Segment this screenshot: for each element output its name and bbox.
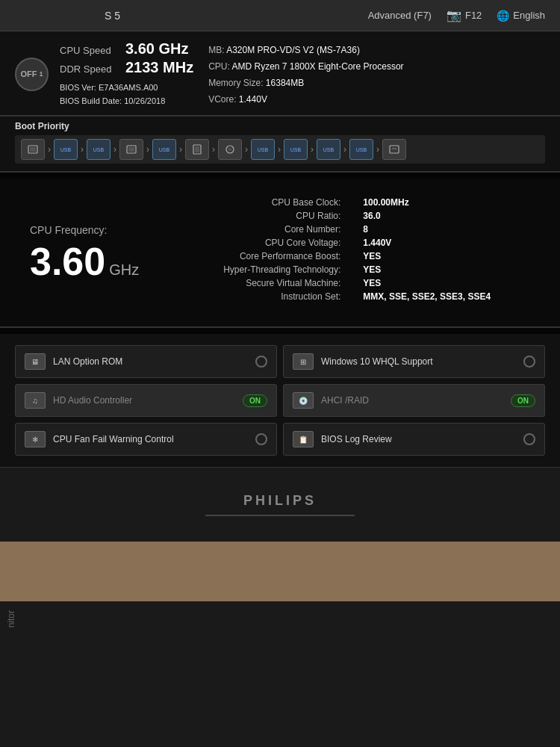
option-label-hd-audio: HD Audio Controller	[53, 395, 235, 406]
option-circle-windows-whql[interactable]	[523, 356, 535, 368]
boot-device-11[interactable]: USB	[349, 139, 373, 160]
option-icon-cpu-fan: ❄	[25, 431, 46, 447]
option-item-windows-whql[interactable]: ⊞Windows 10 WHQL Support	[283, 345, 545, 378]
left-section: OFF 1 CPU Speed 3.60 GHz DDR Speed 2133 …	[15, 40, 193, 108]
desk-area	[0, 542, 560, 601]
cpu-detail-label: Hyper-Threading Technology:	[169, 264, 340, 275]
monitor-bottom: PHILIPS	[0, 467, 560, 542]
cpu-detail-label: Core Number:	[169, 224, 340, 235]
option-item-hd-audio[interactable]: ♫HD Audio ControllerON	[15, 384, 277, 417]
option-icon-windows-whql: ⊞	[293, 353, 314, 370]
option-icon-lan-option-rom: 🖥	[25, 353, 46, 370]
cpu-detail-value: YES	[363, 264, 545, 275]
section-divider-2	[0, 328, 560, 334]
option-toggle-ahci-raid[interactable]: ON	[511, 394, 535, 407]
top-bar: S 5 Advanced (F7) 📷 F12 🌐 English	[0, 0, 560, 31]
option-icon-ahci-raid: 💿	[293, 392, 314, 409]
cpu-detail-value: YES	[363, 251, 545, 261]
boot-device-9[interactable]: USB	[284, 139, 308, 160]
cpu-detail-label: Instruction Set:	[169, 291, 340, 302]
boot-device-10[interactable]: USB	[317, 139, 340, 160]
monitor-stand-line	[205, 515, 355, 516]
screenshot-key[interactable]: 📷 F12	[447, 8, 482, 22]
boot-device-4[interactable]	[119, 139, 143, 160]
option-label-windows-whql: Windows 10 WHQL Support	[321, 356, 516, 367]
monitor-side-label: nitor	[6, 610, 16, 627]
boot-device-12[interactable]	[382, 139, 406, 160]
boot-device-2[interactable]: USB	[54, 139, 78, 160]
boot-device-3[interactable]: USB	[87, 139, 111, 160]
boot-device-6[interactable]	[185, 139, 209, 160]
right-system-info: MB: A320M PRO-VD/S V2 (MS-7A36) CPU: AMD…	[208, 40, 545, 108]
svg-rect-1	[30, 147, 36, 152]
bios-build-block: BIOS Ver: E7A36AMS.A00 BIOS Build Date: …	[60, 81, 193, 108]
power-off-button[interactable]: OFF 1	[15, 58, 49, 91]
philips-logo: PHILIPS	[243, 493, 317, 509]
ddr-speed-label: DDR Speed	[60, 63, 119, 75]
option-label-ahci-raid: AHCI /RAID	[321, 395, 503, 406]
cpu-freq-unit: GHz	[109, 261, 139, 279]
arrow-icon: ›	[48, 144, 51, 155]
f12-label: F12	[465, 10, 482, 21]
cpu-detail-label: CPU Ratio:	[169, 211, 340, 221]
cpu-detail-label: Core Performance Boost:	[169, 251, 340, 261]
bios-info-panel: OFF 1 CPU Speed 3.60 GHz DDR Speed 2133 …	[0, 31, 560, 117]
language-selector[interactable]: 🌐 English	[497, 10, 545, 22]
option-circle-cpu-fan[interactable]	[255, 433, 267, 445]
boot-device-7[interactable]	[218, 139, 242, 160]
cpu-info-section: CPU Frequency: 3.60 GHz CPU Base Clock:1…	[0, 179, 560, 328]
ddr-speed-value: 2133 MHz	[125, 59, 193, 76]
option-item-bios-log[interactable]: 📋BIOS Log Review	[283, 423, 545, 456]
cpu-details-grid: CPU Base Clock:100.00MHzCPU Ratio:36.0Co…	[169, 193, 545, 311]
options-section: 🖥LAN Option ROM⊞Windows 10 WHQL Support♫…	[0, 334, 560, 467]
option-label-lan-option-rom: LAN Option ROM	[53, 356, 248, 367]
cpu-detail-value: MMX, SSE, SSE2, SSE3, SSE4	[363, 291, 545, 302]
boot-device-8[interactable]: USB	[251, 139, 275, 160]
option-item-cpu-fan[interactable]: ❄CPU Fan Fail Warning Control	[15, 423, 277, 456]
cpu-detail-value: 36.0	[363, 211, 545, 221]
cpu-detail-label: Secure Virtual Machine:	[169, 278, 340, 288]
option-icon-bios-log: 📋	[293, 431, 314, 447]
cpu-speed-label: CPU Speed	[60, 45, 119, 56]
boot-priority-label: Boot Priority	[15, 121, 545, 131]
option-item-ahci-raid[interactable]: 💿AHCI /RAIDON	[283, 384, 545, 417]
speed-block: CPU Speed 3.60 GHz DDR Speed 2133 MHz BI…	[60, 40, 193, 108]
option-label-bios-log: BIOS Log Review	[321, 434, 516, 444]
svg-rect-8	[390, 146, 399, 153]
language-label: English	[513, 10, 545, 21]
brand-label: S 5	[105, 10, 120, 22]
option-circle-bios-log[interactable]	[523, 433, 535, 445]
cpu-detail-label: CPU Core Voltage:	[169, 238, 340, 248]
cpu-detail-value: 1.440V	[363, 238, 545, 248]
cpu-speed-value: 3.60 GHz	[125, 40, 188, 58]
svg-rect-3	[128, 147, 134, 152]
cpu-freq-display: CPU Frequency: 3.60 GHz	[15, 193, 154, 311]
option-toggle-hd-audio[interactable]: ON	[243, 394, 267, 407]
cpu-detail-label: CPU Base Clock:	[169, 197, 340, 208]
boot-device-5[interactable]: USB	[152, 139, 176, 160]
cpu-detail-value: YES	[363, 278, 545, 288]
option-label-cpu-fan: CPU Fan Fail Warning Control	[53, 434, 248, 444]
option-circle-lan-option-rom[interactable]	[255, 356, 267, 368]
cpu-freq-label: CPU Frequency:	[30, 224, 139, 236]
svg-point-7	[228, 148, 231, 151]
section-divider-1	[0, 173, 560, 179]
advanced-menu[interactable]: Advanced (F7)	[368, 10, 432, 21]
option-icon-hd-audio: ♫	[25, 392, 46, 409]
boot-device-1[interactable]	[21, 139, 45, 160]
cpu-detail-value: 100.00MHz	[363, 197, 545, 208]
cpu-detail-value: 8	[363, 224, 545, 235]
boot-priority-section: Boot Priority › USB › USB › › USB › › › …	[0, 117, 560, 173]
advanced-menu-label: Advanced (F7)	[368, 10, 432, 21]
boot-devices-row: › USB › USB › › USB › › › USB › USB › US…	[15, 135, 545, 164]
option-item-lan-option-rom[interactable]: 🖥LAN Option ROM	[15, 345, 277, 378]
cpu-freq-value: 3.60	[30, 242, 105, 281]
svg-rect-5	[195, 146, 199, 152]
